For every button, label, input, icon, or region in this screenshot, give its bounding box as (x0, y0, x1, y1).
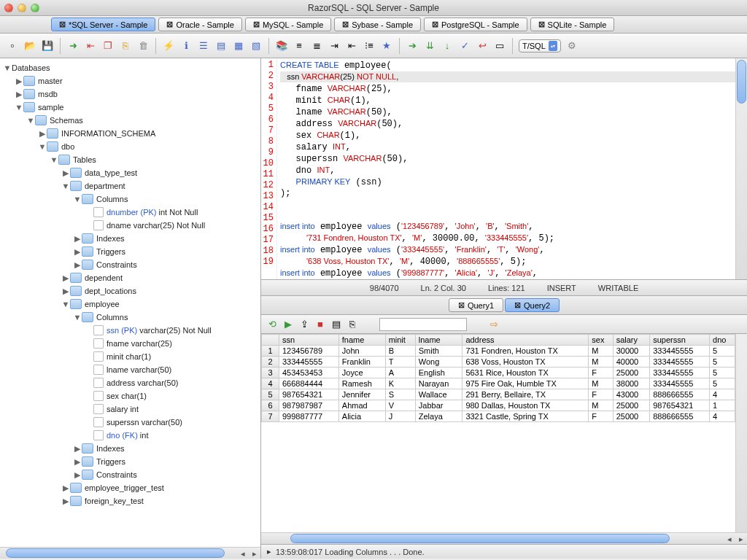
tree-node[interactable]: ▶Constraints (3, 258, 260, 271)
tree-node[interactable]: dname varchar(25) Not Null (3, 219, 260, 232)
column-header[interactable]: fname (338, 335, 385, 346)
tree-node[interactable]: ▶dept_locations (3, 284, 260, 298)
editor-scrollbar[interactable] (735, 58, 747, 279)
tree-node[interactable]: ▶Indexes (3, 232, 260, 245)
align-left-icon[interactable]: ≡ (293, 39, 306, 52)
close-tab-icon[interactable]: ⊠ (342, 20, 349, 29)
editor-tab[interactable]: ⊠Sybase - Sample (334, 18, 421, 31)
editor-tab[interactable]: ⊠PostgreSQL - Sample (424, 18, 527, 31)
copy-conn-icon[interactable]: ❐ (101, 39, 115, 52)
star-icon[interactable]: ★ (380, 39, 393, 52)
zoom-window-button[interactable] (31, 4, 39, 12)
tree-node[interactable]: salary int (3, 402, 260, 416)
tree-node[interactable]: ▼Schemas (3, 114, 260, 127)
stop-icon[interactable]: ■ (314, 318, 327, 331)
tree-node[interactable]: ▼Tables (3, 153, 260, 166)
tree-node[interactable]: ▶dependent (3, 271, 260, 284)
table-row[interactable]: 6987987987AhmadVJabbar980 Dallas, Housto… (262, 400, 735, 411)
list-icon[interactable]: ☰ (197, 39, 210, 52)
close-tab-icon[interactable]: ⊠ (538, 20, 545, 29)
undo-icon[interactable]: ↩ (476, 39, 489, 52)
table-row[interactable]: 3453453453JoyceAEnglish5631 Rice, Housto… (262, 368, 735, 378)
tree-node[interactable]: ▶msdb (3, 88, 260, 101)
sql-editor[interactable]: 12345678910111213141516171819 CREATE TAB… (261, 58, 747, 280)
tree-node[interactable]: ▶foreign_key_test (3, 494, 260, 508)
tree-node[interactable]: ▼dbo (3, 140, 260, 153)
bullets-icon[interactable]: ⁝≡ (363, 39, 376, 52)
close-tab-icon[interactable]: ⊠ (432, 20, 438, 29)
note-icon[interactable]: ▭ (493, 39, 506, 52)
sidebar-scrollbar[interactable]: ◂▸ (0, 547, 260, 559)
table-row[interactable]: 1123456789JohnBSmith731 Fondren, Houston… (262, 346, 735, 357)
tree-node[interactable]: fname varchar(25) (3, 337, 260, 350)
tree-node[interactable]: ▼sample (3, 101, 260, 114)
sheet-icon[interactable]: ▦ (232, 39, 245, 52)
run-icon[interactable]: ➔ (406, 39, 419, 52)
table-row[interactable]: 7999887777AliciaJZelaya3321 Castle, Spri… (262, 411, 735, 422)
column-header[interactable]: dno (710, 335, 735, 346)
search-input[interactable] (379, 318, 467, 331)
column-header[interactable]: lname (415, 335, 462, 346)
query-tab[interactable]: ⊠Query2 (505, 298, 560, 312)
tree-node[interactable]: ▶Triggers (3, 455, 260, 468)
table-row[interactable]: 5987654321JenniferSWallace291 Berry, Bel… (262, 389, 735, 400)
tree-node[interactable]: ▶Indexes (3, 442, 260, 455)
tree-node[interactable]: ▶employee_trigger_test (3, 481, 260, 494)
tree-node[interactable]: lname varchar(50) (3, 363, 260, 376)
align-center-icon[interactable]: ≣ (310, 39, 323, 52)
tree-node[interactable]: ▼Columns (3, 311, 260, 324)
results-grid[interactable]: ssnfnameminitlnameaddresssexsalarysupers… (261, 334, 735, 532)
disconnect-icon[interactable]: ⇤ (84, 39, 97, 52)
bolt-icon[interactable]: ⚡ (162, 39, 175, 52)
close-tab-icon[interactable]: ⊠ (59, 20, 66, 29)
link-icon[interactable]: ⚙ (565, 39, 578, 52)
next-icon[interactable]: ⇨ (487, 318, 500, 331)
close-tab-icon[interactable]: ⊠ (458, 300, 465, 310)
indent-icon[interactable]: ⇥ (328, 39, 341, 52)
connect-icon[interactable]: ➜ (66, 39, 80, 52)
language-select[interactable]: T/SQL ▴▾ (519, 39, 561, 52)
minimize-window-button[interactable] (18, 4, 26, 12)
editor-tab[interactable]: ⊠MySQL - Sample (245, 18, 331, 31)
clone-icon[interactable]: ⎘ (119, 39, 132, 52)
close-window-button[interactable] (4, 4, 13, 12)
step-icon[interactable]: ↓ (441, 39, 454, 52)
tree-node[interactable]: ▶INFORMATION_SCHEMA (3, 127, 260, 140)
column-header[interactable]: address (462, 335, 589, 346)
tree-node[interactable]: dno (FK) int (3, 429, 260, 442)
tree-node[interactable]: ▼Columns (3, 192, 260, 206)
column-header[interactable]: ssn (279, 335, 339, 346)
save-icon[interactable]: 💾 (41, 39, 54, 52)
drop-icon[interactable]: 🗑 (136, 39, 150, 52)
editor-tab[interactable]: ⊠*SQL Server - Sample (51, 18, 155, 31)
close-tab-icon[interactable]: ⊠ (253, 20, 260, 29)
options-icon[interactable]: ⎘ (346, 318, 359, 331)
tree-root[interactable]: ▼Databases (3, 61, 260, 74)
books-icon[interactable]: 📚 (275, 39, 288, 52)
column-header[interactable]: salary (613, 335, 650, 346)
execute-icon[interactable]: ▶ (282, 318, 295, 331)
table-row[interactable]: 2333445555FranklinTWong638 Voss, Houston… (262, 357, 735, 368)
close-tab-icon[interactable]: ⊠ (166, 20, 173, 29)
run-all-icon[interactable]: ⇊ (423, 39, 436, 52)
tree-node[interactable]: sex char(1) (3, 389, 260, 402)
tree-node[interactable]: ssn (PK) varchar(25) Not Null (3, 324, 260, 337)
grid-icon[interactable]: ▧ (249, 39, 263, 52)
column-header[interactable]: minit (385, 335, 415, 346)
table-icon[interactable]: ▤ (214, 39, 228, 52)
results-vscroll[interactable] (735, 334, 747, 532)
tree-node[interactable]: ▼employee (3, 298, 260, 311)
close-tab-icon[interactable]: ⊠ (514, 300, 521, 310)
tree-node[interactable]: ▶master (3, 74, 260, 88)
table-row[interactable]: 4666884444RameshKNarayan975 Fire Oak, Hu… (262, 378, 735, 389)
editor-tab[interactable]: ⊠SQLite - Sample (530, 18, 615, 31)
outdent-icon[interactable]: ⇤ (345, 39, 358, 52)
tree-node[interactable]: ▶Triggers (3, 245, 260, 258)
tree-node[interactable]: ▶Constraints (3, 468, 260, 481)
tree-node[interactable]: address varchar(50) (3, 376, 260, 389)
column-header[interactable]: sex (589, 335, 613, 346)
filter-icon[interactable]: ▤ (330, 318, 343, 331)
export-icon[interactable]: ⇪ (298, 318, 311, 331)
column-header[interactable]: superssn (650, 335, 710, 346)
check-icon[interactable]: ✓ (458, 39, 471, 52)
